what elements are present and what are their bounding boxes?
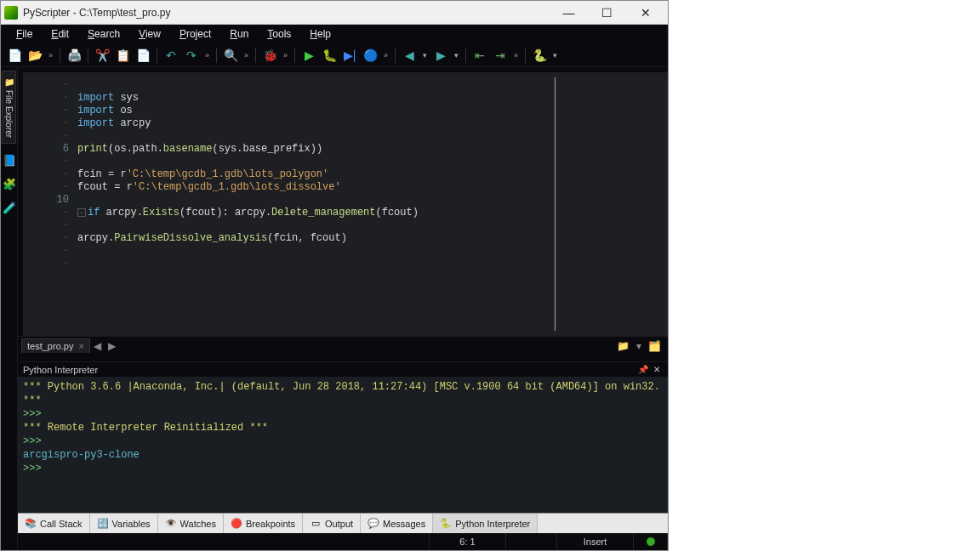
- toolbar-sep: [60, 48, 60, 63]
- nav-back-drop[interactable]: ▾: [421, 51, 429, 60]
- app-icon: [4, 6, 18, 20]
- toolbar-expand-1[interactable]: »: [47, 51, 54, 60]
- toolbar-expand-4[interactable]: »: [282, 51, 289, 60]
- editor-wrap: 610 import sysimport osimport arcpy prin…: [18, 67, 668, 355]
- call-stack-icon: 📚: [25, 518, 37, 530]
- unit-tests-icon[interactable]: 🧪: [3, 202, 16, 215]
- toolbar-sep: [465, 48, 466, 63]
- toolbar-sep: [88, 48, 88, 63]
- panel-close-icon[interactable]: ✕: [651, 365, 663, 374]
- toolbar-sep: [294, 48, 295, 63]
- status-mode: Insert: [557, 533, 634, 550]
- menu-run[interactable]: Run: [221, 26, 257, 42]
- maximize-button[interactable]: ☐: [588, 1, 626, 25]
- toolbar-sep: [395, 48, 396, 63]
- python-icon[interactable]: 🐍: [531, 47, 548, 64]
- editor-gutter: 610: [23, 72, 74, 336]
- splitter[interactable]: ······: [18, 355, 668, 361]
- file-tab-close-icon[interactable]: ×: [78, 341, 83, 351]
- tab-messages[interactable]: 💬Messages: [361, 514, 433, 533]
- app-window: PyScripter - C:\Temp\test_pro.py — ☐ ✕ F…: [0, 0, 669, 551]
- status-engine: [634, 533, 668, 550]
- menu-edit[interactable]: Edit: [43, 26, 77, 42]
- menu-view[interactable]: View: [130, 26, 169, 42]
- tab-output[interactable]: ▭Output: [303, 514, 361, 533]
- project-icon[interactable]: 📘: [3, 154, 16, 168]
- editor-code[interactable]: import sysimport osimport arcpy print(os…: [74, 72, 419, 336]
- copy-icon[interactable]: 📋: [114, 47, 131, 64]
- menu-tools[interactable]: Tools: [259, 26, 299, 42]
- watches-icon: 👁️: [165, 518, 177, 530]
- tab-prev-icon[interactable]: ◀: [90, 340, 105, 352]
- window-title: PyScripter - C:\Temp\test_pro.py: [23, 7, 550, 19]
- code-editor[interactable]: 610 import sysimport osimport arcpy prin…: [18, 67, 668, 336]
- tab-browse-icon[interactable]: 🗂️: [645, 340, 664, 352]
- file-explorer-tab[interactable]: 📁File Explorer: [2, 71, 16, 144]
- status-bar: 6: 1 Insert: [18, 533, 668, 550]
- engine-status-icon: [647, 537, 655, 546]
- toolbar: 📄 📂 » 🖨️ ✂️ 📋 📄 ↶ ↷ » 🔍 » 🐞 » ▶ 🐛 ▶| 🔵 »…: [1, 43, 668, 67]
- main-column: 610 import sysimport osimport arcpy prin…: [18, 67, 668, 550]
- run-to-cursor-icon[interactable]: ▶|: [341, 47, 358, 64]
- tab-next-icon[interactable]: ▶: [105, 340, 119, 352]
- menu-bar: File Edit Search View Project Run Tools …: [1, 25, 668, 43]
- editor-ruler: [555, 77, 556, 331]
- menu-help[interactable]: Help: [301, 26, 339, 42]
- tab-watches[interactable]: 👁️Watches: [158, 514, 224, 533]
- tab-call-stack[interactable]: 📚Call Stack: [18, 514, 90, 533]
- menu-file[interactable]: File: [8, 26, 41, 42]
- toolbar-sep: [157, 48, 157, 63]
- close-button[interactable]: ✕: [626, 1, 664, 25]
- status-modified: [506, 533, 557, 550]
- abort-icon[interactable]: 🔵: [362, 47, 379, 64]
- nav-fwd-icon[interactable]: ▶: [432, 47, 449, 64]
- toolbar-sep: [525, 48, 526, 63]
- toolbar-expand-5[interactable]: »: [382, 51, 390, 60]
- toolbar-expand-6[interactable]: »: [512, 51, 520, 60]
- undo-icon[interactable]: ↶: [162, 47, 179, 64]
- output-icon: ▭: [310, 518, 322, 530]
- toolbar-sep: [255, 48, 256, 63]
- editor-tabstrip: test_pro.py × ◀ ▶ 📁 ▾ 🗂️: [18, 336, 668, 355]
- find-icon[interactable]: 🔍: [222, 47, 239, 64]
- python-console[interactable]: *** Python 3.6.6 |Anaconda, Inc.| (defau…: [18, 377, 668, 513]
- print-icon[interactable]: 🖨️: [66, 47, 83, 64]
- tab-breakpoints[interactable]: 🔴Breakpoints: [224, 514, 303, 533]
- tab-list-icon[interactable]: ▾: [633, 340, 645, 352]
- variables-icon: 🔣: [97, 518, 109, 530]
- syntax-check-icon[interactable]: 🐞: [261, 47, 278, 64]
- indent-left-icon[interactable]: ⇤: [471, 47, 488, 64]
- panel-pin-icon[interactable]: 📌: [635, 365, 651, 374]
- menu-search[interactable]: Search: [79, 26, 128, 42]
- tab-python-interpreter[interactable]: 🐍Python Interpreter: [433, 514, 538, 533]
- new-file-icon[interactable]: 📄: [6, 47, 23, 64]
- nav-back-icon[interactable]: ◀: [401, 47, 418, 64]
- tab-variables[interactable]: 🔣Variables: [90, 514, 158, 533]
- body-area: 📁File Explorer 📘 🧩 🧪 610 import sysimpor…: [1, 67, 668, 550]
- minimize-button[interactable]: —: [550, 1, 588, 25]
- cut-icon[interactable]: ✂️: [94, 47, 111, 64]
- messages-icon: 💬: [368, 518, 379, 530]
- python-drop[interactable]: ▾: [551, 51, 559, 60]
- file-tab-label: test_pro.py: [27, 341, 73, 351]
- redo-icon[interactable]: ↷: [183, 47, 200, 64]
- debug-icon[interactable]: 🐛: [321, 47, 338, 64]
- toolbar-expand-3[interactable]: »: [242, 51, 250, 60]
- tab-open-folder-icon[interactable]: 📁: [613, 340, 633, 352]
- file-tab[interactable]: test_pro.py ×: [21, 338, 90, 353]
- code-explorer-icon[interactable]: 🧩: [3, 178, 16, 191]
- nav-fwd-drop[interactable]: ▾: [453, 51, 460, 60]
- panel-title-label: Python Interpreter: [23, 365, 98, 375]
- bottom-tabs: 📚Call Stack 🔣Variables 👁️Watches 🔴Breakp…: [18, 513, 668, 533]
- indent-right-icon[interactable]: ⇥: [492, 47, 509, 64]
- run-icon[interactable]: ▶: [300, 47, 317, 64]
- paste-icon[interactable]: 📄: [134, 47, 151, 64]
- title-bar[interactable]: PyScripter - C:\Temp\test_pro.py — ☐ ✕: [1, 1, 668, 25]
- python-interpreter-icon: 🐍: [440, 518, 452, 530]
- menu-project[interactable]: Project: [171, 26, 219, 42]
- status-cursor: 6: 1: [430, 533, 506, 550]
- toolbar-sep: [216, 48, 217, 63]
- panel-header: Python Interpreter 📌 ✕: [18, 361, 668, 377]
- open-file-icon[interactable]: 📂: [26, 47, 43, 64]
- toolbar-expand-2[interactable]: »: [203, 51, 211, 60]
